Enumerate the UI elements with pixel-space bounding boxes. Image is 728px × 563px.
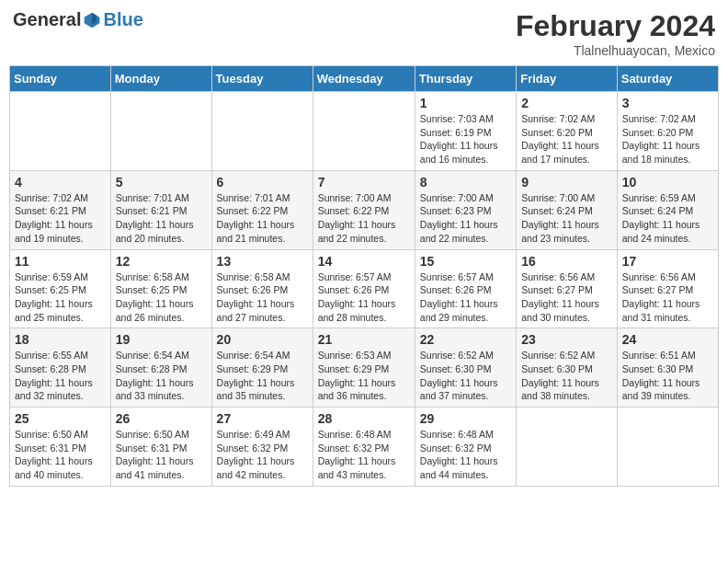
day-number: 6 [217, 175, 308, 190]
day-number: 24 [622, 332, 713, 347]
calendar-cell [517, 408, 618, 487]
logo: General Blue [13, 9, 143, 30]
day-info: Sunrise: 7:00 AM Sunset: 6:22 PM Dayligh… [318, 191, 410, 246]
day-info: Sunrise: 7:00 AM Sunset: 6:23 PM Dayligh… [420, 191, 511, 246]
calendar-cell [313, 92, 415, 171]
calendar-cell: 1Sunrise: 7:03 AM Sunset: 6:19 PM Daylig… [415, 92, 516, 171]
logo-general: General [13, 9, 81, 30]
calendar-cell: 23Sunrise: 6:52 AM Sunset: 6:30 PM Dayli… [517, 328, 618, 408]
day-info: Sunrise: 6:48 AM Sunset: 6:32 PM Dayligh… [318, 428, 410, 482]
day-info: Sunrise: 6:49 AM Sunset: 6:32 PM Dayligh… [217, 428, 308, 482]
weekday-header-friday: Friday [517, 66, 618, 92]
day-info: Sunrise: 7:03 AM Sunset: 6:19 PM Dayligh… [420, 112, 511, 167]
day-info: Sunrise: 6:52 AM Sunset: 6:30 PM Dayligh… [521, 349, 612, 403]
calendar-table: SundayMondayTuesdayWednesdayThursdayFrid… [9, 65, 719, 487]
day-number: 16 [521, 254, 612, 269]
calendar-cell: 10Sunrise: 6:59 AM Sunset: 6:24 PM Dayli… [617, 170, 718, 249]
day-number: 22 [420, 332, 511, 347]
calendar-cell: 17Sunrise: 6:56 AM Sunset: 6:27 PM Dayli… [617, 249, 718, 328]
day-info: Sunrise: 6:56 AM Sunset: 6:27 PM Dayligh… [622, 270, 713, 325]
calendar-cell: 11Sunrise: 6:59 AM Sunset: 6:25 PM Dayli… [10, 249, 111, 328]
calendar-cell: 29Sunrise: 6:48 AM Sunset: 6:32 PM Dayli… [415, 408, 516, 487]
day-number: 18 [15, 332, 106, 347]
calendar-cell: 12Sunrise: 6:58 AM Sunset: 6:25 PM Dayli… [110, 249, 211, 328]
calendar-cell: 16Sunrise: 6:56 AM Sunset: 6:27 PM Dayli… [517, 249, 618, 328]
week-row-5: 25Sunrise: 6:50 AM Sunset: 6:31 PM Dayli… [10, 408, 719, 487]
week-row-1: 1Sunrise: 7:03 AM Sunset: 6:19 PM Daylig… [10, 92, 719, 171]
day-info: Sunrise: 6:58 AM Sunset: 6:25 PM Dayligh… [116, 270, 207, 325]
day-number: 17 [622, 254, 713, 269]
day-info: Sunrise: 6:51 AM Sunset: 6:30 PM Dayligh… [622, 349, 713, 403]
weekday-header-row: SundayMondayTuesdayWednesdayThursdayFrid… [10, 66, 719, 92]
day-info: Sunrise: 6:55 AM Sunset: 6:28 PM Dayligh… [15, 349, 106, 403]
day-info: Sunrise: 6:57 AM Sunset: 6:26 PM Dayligh… [420, 270, 511, 325]
day-number: 8 [420, 175, 511, 190]
weekday-header-monday: Monday [110, 66, 211, 92]
day-info: Sunrise: 6:53 AM Sunset: 6:29 PM Dayligh… [318, 349, 410, 403]
calendar-cell: 19Sunrise: 6:54 AM Sunset: 6:28 PM Dayli… [110, 328, 211, 408]
day-number: 13 [217, 254, 308, 269]
calendar-cell: 3Sunrise: 7:02 AM Sunset: 6:20 PM Daylig… [617, 92, 718, 171]
day-number: 11 [15, 254, 106, 269]
weekday-header-wednesday: Wednesday [313, 66, 415, 92]
calendar-cell: 27Sunrise: 6:49 AM Sunset: 6:32 PM Dayli… [211, 408, 313, 487]
day-info: Sunrise: 7:02 AM Sunset: 6:20 PM Dayligh… [622, 112, 713, 167]
day-number: 27 [217, 411, 308, 426]
day-info: Sunrise: 7:00 AM Sunset: 6:24 PM Dayligh… [521, 191, 612, 246]
day-number: 3 [622, 96, 713, 110]
calendar-cell: 15Sunrise: 6:57 AM Sunset: 6:26 PM Dayli… [415, 249, 516, 328]
day-number: 28 [318, 411, 410, 426]
calendar-cell: 22Sunrise: 6:52 AM Sunset: 6:30 PM Dayli… [415, 328, 516, 408]
calendar-cell: 4Sunrise: 7:02 AM Sunset: 6:21 PM Daylig… [10, 170, 111, 249]
calendar-cell: 7Sunrise: 7:00 AM Sunset: 6:22 PM Daylig… [313, 170, 415, 249]
calendar-cell: 21Sunrise: 6:53 AM Sunset: 6:29 PM Dayli… [313, 328, 415, 408]
day-number: 29 [420, 411, 511, 426]
day-number: 19 [116, 332, 207, 347]
day-info: Sunrise: 6:50 AM Sunset: 6:31 PM Dayligh… [116, 428, 207, 482]
day-number: 15 [420, 254, 511, 269]
day-info: Sunrise: 6:52 AM Sunset: 6:30 PM Dayligh… [420, 349, 511, 403]
calendar-cell: 8Sunrise: 7:00 AM Sunset: 6:23 PM Daylig… [415, 170, 516, 249]
day-info: Sunrise: 6:50 AM Sunset: 6:31 PM Dayligh… [15, 428, 106, 482]
day-number: 2 [521, 96, 612, 110]
day-info: Sunrise: 7:02 AM Sunset: 6:21 PM Dayligh… [15, 191, 106, 246]
day-number: 9 [521, 175, 612, 190]
day-number: 20 [217, 332, 308, 347]
day-info: Sunrise: 6:48 AM Sunset: 6:32 PM Dayligh… [420, 428, 511, 482]
day-info: Sunrise: 6:58 AM Sunset: 6:26 PM Dayligh… [217, 270, 308, 325]
day-info: Sunrise: 7:01 AM Sunset: 6:22 PM Dayligh… [217, 191, 308, 246]
day-info: Sunrise: 7:01 AM Sunset: 6:21 PM Dayligh… [116, 191, 207, 246]
calendar-cell [617, 408, 718, 487]
day-info: Sunrise: 6:54 AM Sunset: 6:28 PM Dayligh… [116, 349, 207, 403]
week-row-2: 4Sunrise: 7:02 AM Sunset: 6:21 PM Daylig… [10, 170, 719, 249]
logo-icon [83, 11, 101, 29]
calendar-cell [110, 92, 211, 171]
month-year: February 2024 [516, 9, 715, 43]
page-header: General Blue February 2024 Tlalnelhuayoc… [9, 9, 719, 58]
title-block: February 2024 Tlalnelhuayocan, Mexico [516, 9, 715, 58]
day-number: 1 [420, 96, 511, 110]
calendar-cell: 6Sunrise: 7:01 AM Sunset: 6:22 PM Daylig… [211, 170, 313, 249]
day-info: Sunrise: 6:59 AM Sunset: 6:24 PM Dayligh… [622, 191, 713, 246]
day-number: 12 [116, 254, 207, 269]
day-number: 26 [116, 411, 207, 426]
calendar-cell: 13Sunrise: 6:58 AM Sunset: 6:26 PM Dayli… [211, 249, 313, 328]
calendar-cell: 24Sunrise: 6:51 AM Sunset: 6:30 PM Dayli… [617, 328, 718, 408]
calendar-cell: 14Sunrise: 6:57 AM Sunset: 6:26 PM Dayli… [313, 249, 415, 328]
day-number: 14 [318, 254, 410, 269]
logo-blue: Blue [103, 9, 142, 30]
calendar-cell [10, 92, 111, 171]
calendar-cell: 20Sunrise: 6:54 AM Sunset: 6:29 PM Dayli… [211, 328, 313, 408]
day-info: Sunrise: 6:54 AM Sunset: 6:29 PM Dayligh… [217, 349, 308, 403]
day-info: Sunrise: 6:57 AM Sunset: 6:26 PM Dayligh… [318, 270, 410, 325]
day-number: 25 [15, 411, 106, 426]
calendar-cell: 2Sunrise: 7:02 AM Sunset: 6:20 PM Daylig… [517, 92, 618, 171]
weekday-header-tuesday: Tuesday [211, 66, 313, 92]
day-info: Sunrise: 6:59 AM Sunset: 6:25 PM Dayligh… [15, 270, 106, 325]
week-row-3: 11Sunrise: 6:59 AM Sunset: 6:25 PM Dayli… [10, 249, 719, 328]
location: Tlalnelhuayocan, Mexico [516, 43, 715, 58]
weekday-header-thursday: Thursday [415, 66, 516, 92]
day-number: 23 [521, 332, 612, 347]
day-info: Sunrise: 7:02 AM Sunset: 6:20 PM Dayligh… [521, 112, 612, 167]
calendar-cell: 26Sunrise: 6:50 AM Sunset: 6:31 PM Dayli… [110, 408, 211, 487]
